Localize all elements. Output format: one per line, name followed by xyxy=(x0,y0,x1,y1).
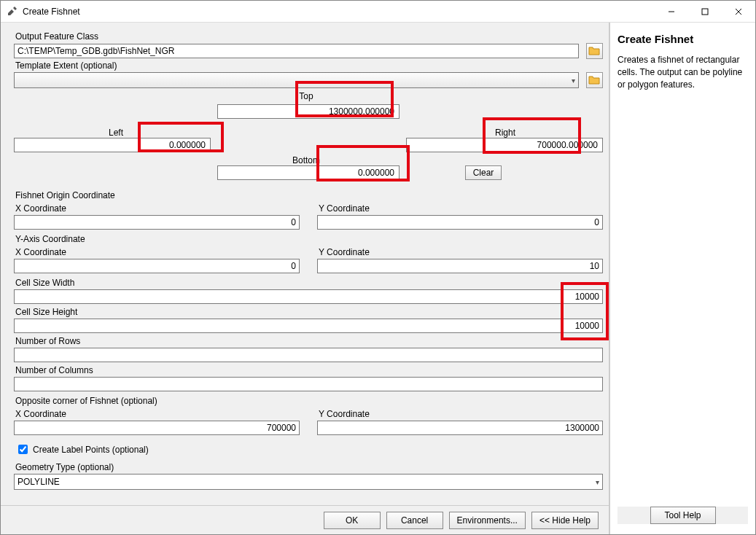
close-button[interactable] xyxy=(722,1,755,23)
opp-x-label: X Coordinate xyxy=(15,409,300,419)
output-path-input[interactable] xyxy=(14,44,579,58)
yaxis-label: Y-Axis Coordinate xyxy=(15,234,603,244)
extent-top-label: Top xyxy=(299,91,313,101)
nrows-label: Number of Rows xyxy=(15,336,603,346)
cancel-button[interactable]: Cancel xyxy=(386,512,443,529)
cell-height-label: Cell Size Height xyxy=(15,307,603,317)
extent-clear-button[interactable]: Clear xyxy=(465,165,502,180)
geomtype-dropdown[interactable]: POLYLINE ▾ xyxy=(14,474,603,490)
label-points-row: Create Label Points (optional) xyxy=(15,442,603,456)
template-label: Template Extent (optional) xyxy=(15,60,603,71)
extent-left-input[interactable] xyxy=(14,138,211,152)
maximize-button[interactable] xyxy=(688,1,722,23)
browse-template-button[interactable] xyxy=(586,72,603,88)
form-scroll[interactable]: Output Feature Class Template Extent (op… xyxy=(1,23,609,505)
origin-y-label: Y Coordinate xyxy=(319,203,603,214)
environments-button[interactable]: Environments... xyxy=(449,512,526,529)
ncols-input[interactable] xyxy=(14,377,603,391)
cell-height-input[interactable] xyxy=(14,319,603,333)
geomtype-label: Geometry Type (optional) xyxy=(15,462,603,472)
extent-left-label: Left xyxy=(109,128,123,138)
extent-bottom-input[interactable] xyxy=(217,165,400,180)
yaxis-row: X Coordinate Y Coordinate xyxy=(14,246,603,273)
window-title: Create Fishnet xyxy=(23,7,655,17)
hammer-icon xyxy=(7,6,18,17)
extent-top-input[interactable] xyxy=(217,104,400,119)
label-points-checkbox[interactable] xyxy=(18,445,28,454)
opp-x-input[interactable] xyxy=(14,421,300,435)
extent-right-label: Right xyxy=(495,128,515,138)
opposite-label: Opposite corner of Fishnet (optional) xyxy=(15,396,603,406)
ok-button[interactable]: OK xyxy=(324,512,381,529)
yaxis-x-label: X Coordinate xyxy=(15,247,300,257)
geomtype-value: POLYLINE xyxy=(17,477,60,487)
origin-x-input[interactable] xyxy=(14,215,300,230)
window-root: Create Fishnet Output Feature Class Temp… xyxy=(0,0,756,535)
hide-help-button[interactable]: << Hide Help xyxy=(531,512,599,529)
help-panel: Create Fishnet Creates a fishnet of rect… xyxy=(609,23,755,534)
minimize-button[interactable] xyxy=(655,1,688,23)
help-body: Creates a fishnet of rectangular cells. … xyxy=(617,54,748,90)
opposite-row: X Coordinate Y Coordinate xyxy=(14,407,603,435)
bottom-button-bar: OK Cancel Environments... << Hide Help xyxy=(1,505,609,534)
yaxis-x-input[interactable] xyxy=(14,259,300,273)
origin-label: Fishnet Origin Coordinate xyxy=(15,190,603,200)
ncols-label: Number of Columns xyxy=(15,365,603,375)
origin-row: X Coordinate Y Coordinate xyxy=(14,202,603,230)
yaxis-y-input[interactable] xyxy=(317,259,603,273)
nrows-input[interactable] xyxy=(14,348,603,362)
label-points-text: Create Label Points (optional) xyxy=(33,445,149,455)
help-title: Create Fishnet xyxy=(617,33,748,45)
folder-icon xyxy=(588,45,600,58)
cell-width-input[interactable] xyxy=(14,289,603,304)
svg-rect-1 xyxy=(702,9,708,15)
chevron-down-icon: ▾ xyxy=(572,77,575,85)
yaxis-y-label: Y Coordinate xyxy=(319,247,603,257)
titlebar: Create Fishnet xyxy=(1,1,755,23)
opp-y-input[interactable] xyxy=(317,421,603,435)
extent-bottom-label: Bottom xyxy=(292,155,320,165)
parameters-panel: Output Feature Class Template Extent (op… xyxy=(1,23,609,534)
tool-help-button[interactable]: Tool Help xyxy=(650,507,716,524)
folder-icon xyxy=(588,74,600,87)
main-area: Output Feature Class Template Extent (op… xyxy=(1,23,755,534)
origin-y-input[interactable] xyxy=(317,215,603,230)
cell-width-label: Cell Size Width xyxy=(15,278,603,288)
origin-x-label: X Coordinate xyxy=(15,203,300,214)
output-label: Output Feature Class xyxy=(15,31,603,42)
template-extent-dropdown[interactable]: ▾ xyxy=(14,72,579,88)
browse-output-button[interactable] xyxy=(586,43,603,59)
extent-right-input[interactable] xyxy=(406,138,603,152)
chevron-down-icon: ▾ xyxy=(596,478,599,486)
extent-grid: Top Left Right xyxy=(14,91,603,180)
opp-y-label: Y Coordinate xyxy=(319,409,603,419)
